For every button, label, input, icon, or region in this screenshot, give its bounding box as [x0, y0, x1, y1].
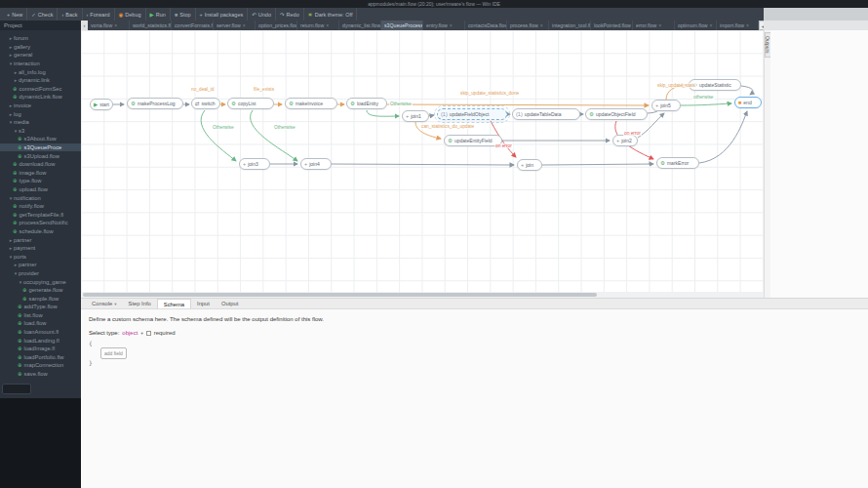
- redo-button[interactable]: ↷Redo: [276, 8, 304, 20]
- install-packages-button[interactable]: +Install packages: [196, 8, 249, 20]
- tree-item-partner[interactable]: ▸partner: [0, 235, 81, 244]
- flow-node-markError[interactable]: ⚙markError: [656, 157, 699, 169]
- close-icon[interactable]: ×: [658, 22, 661, 28]
- tree-item-notify.flow[interactable]: ⊕notify.flow: [0, 202, 81, 211]
- required-checkbox[interactable]: [146, 331, 151, 336]
- tab-convertFormats.flow[interactable]: convertFormats.flow×: [172, 20, 214, 30]
- close-icon[interactable]: ×: [243, 22, 246, 28]
- run-button[interactable]: ▶Run: [146, 8, 171, 20]
- undo-button[interactable]: ↶Undo: [248, 8, 276, 20]
- tree-item-getTemplateFile.fl[interactable]: ⊕getTemplateFile.fl: [0, 210, 81, 219]
- tab-contactsData.flow[interactable]: contactsData.flow×: [465, 20, 507, 30]
- tree-item-interaction[interactable]: ▾interaction: [0, 60, 81, 68]
- close-icon[interactable]: ×: [450, 22, 453, 28]
- tab-vorta.flow[interactable]: vorta.flow×: [88, 20, 130, 30]
- flow-node-switch[interactable]: ⇄switch: [191, 98, 220, 109]
- tree-item-mapConnection[interactable]: ⊕mapConnection: [0, 361, 81, 370]
- tree-item-all_info.log[interactable]: ▸all_info.log: [0, 67, 81, 76]
- tab-s3QueueProcess.flow[interactable]: s3QueueProcess.flow×: [381, 20, 423, 30]
- close-icon[interactable]: ×: [326, 22, 329, 28]
- tab-return.flow[interactable]: return.flow×: [297, 20, 339, 30]
- close-icon[interactable]: ×: [114, 22, 117, 28]
- add-field-button[interactable]: add field: [100, 347, 127, 359]
- tree-item-general[interactable]: ▸general: [0, 51, 81, 60]
- tree-item-connectFormSec[interactable]: ⊕connectFormSec: [0, 85, 81, 94]
- bottom-tab-console[interactable]: Console▾: [86, 299, 123, 308]
- bottom-tab-schema[interactable]: Schema: [157, 299, 191, 308]
- tree-item-list.flow[interactable]: ⊕list.flow: [0, 311, 81, 320]
- flow-node-loadEntity[interactable]: ⚙loadEntity: [346, 98, 387, 109]
- close-icon[interactable]: ×: [746, 22, 749, 28]
- tab-world_statistics.flow[interactable]: world_statistics.flow×: [130, 20, 172, 30]
- close-icon[interactable]: ×: [540, 22, 543, 28]
- tree-item-schedule.flow[interactable]: ⊕schedule.flow: [0, 227, 81, 236]
- tree-item-gallery[interactable]: ▸gallery: [0, 43, 81, 52]
- flow-node-join[interactable]: +join: [517, 159, 542, 171]
- new-button[interactable]: +New: [3, 8, 27, 20]
- flow-node-updateTableData[interactable]: (1)updateTableData: [512, 108, 580, 120]
- flow-node-makeProcessLog[interactable]: ⚙makeProcessLog: [127, 98, 183, 109]
- close-icon[interactable]: ×: [710, 22, 713, 28]
- tree-item-save.flow[interactable]: ⊕save.flow: [0, 370, 81, 379]
- tree-item-media[interactable]: ▾media: [0, 118, 81, 127]
- flow-node-updateStatistic[interactable]: ⚙updateStatistic: [689, 79, 741, 91]
- canvas-hscroll-thumb[interactable]: [83, 293, 597, 297]
- dark-theme-toggle[interactable]: ☀Dark theme: Off: [304, 8, 358, 20]
- tree-item-payment[interactable]: ▸payment: [0, 244, 81, 253]
- tree-item-s3About.flow[interactable]: ⊕s3About.flow: [0, 135, 81, 143]
- flow-node-join1[interactable]: +join1: [402, 110, 429, 122]
- tree-item-s3Upload.flow[interactable]: ⊕s3Upload.flow: [0, 151, 81, 160]
- tab-process.flow[interactable]: process.flow×: [507, 20, 549, 30]
- tree-item-loadPortfolio.flw[interactable]: ⊕loadPortfolio.flw: [0, 353, 81, 362]
- tree-item-download.flow[interactable]: ⊕download.flow: [0, 160, 81, 169]
- tab-optimum.flow[interactable]: optimum.flow×: [675, 20, 717, 30]
- tab-import.flow[interactable]: import.flow×: [717, 20, 759, 30]
- tree-item-notification[interactable]: ▾notification: [0, 193, 81, 202]
- tab-lookPointed.flow[interactable]: lookPointed.flow×: [591, 20, 633, 30]
- flow-node-start[interactable]: ▶start: [90, 99, 113, 110]
- bottom-tab-input[interactable]: Input: [191, 299, 216, 308]
- tree-item-type.flow[interactable]: ⊕type.flow: [0, 177, 81, 185]
- flow-node-copyList[interactable]: ⚙copyList: [227, 98, 274, 109]
- tree-item-provider[interactable]: ▾provider: [0, 269, 81, 278]
- flow-node-join2[interactable]: +join2: [612, 135, 638, 146]
- flow-node-join3[interactable]: +join3: [239, 158, 270, 170]
- tree-item-s3[interactable]: ▾s3: [0, 127, 81, 136]
- stop-button[interactable]: ■Stop: [171, 8, 196, 20]
- flow-node-end[interactable]: ■end: [734, 97, 762, 108]
- tree-item-load.flow[interactable]: ⊕load.flow: [0, 319, 81, 328]
- tab-error.flow[interactable]: error.flow×: [633, 20, 675, 30]
- tree-item-ports[interactable]: ▾ports: [0, 252, 81, 261]
- flow-canvas[interactable]: ▶start⚙makeProcessLog⇄switch⚙copyList⚙ma…: [81, 30, 764, 298]
- bottom-tab-step-info[interactable]: Step Info: [123, 299, 157, 308]
- forward-button[interactable]: ›Forward: [83, 8, 115, 20]
- tab-scroll-left-button[interactable]: ‹: [81, 20, 88, 30]
- tree-item-invoice[interactable]: ▸invoice: [0, 102, 81, 110]
- tree-item-s3QueueProce[interactable]: ⊕s3QueueProce: [0, 143, 81, 152]
- tree-item-generate.flow[interactable]: ⊕generate.flow: [0, 286, 81, 295]
- flow-node-updateFieldObject[interactable]: (1)updateFieldObject: [437, 108, 507, 120]
- tree-item-partner[interactable]: ▸partner: [0, 261, 81, 269]
- flow-node-join4[interactable]: +join4: [300, 158, 332, 170]
- back-button[interactable]: ‹Back: [58, 8, 82, 20]
- tree-item-forum[interactable]: ▸forum: [0, 34, 81, 43]
- debug-button[interactable]: ◉Debug: [115, 8, 146, 20]
- bottom-tab-output[interactable]: Output: [216, 299, 244, 308]
- tree-item-processSendNotific[interactable]: ⊕processSendNotific: [0, 219, 81, 227]
- tab-option_prices.flow[interactable]: option_prices.flow×: [256, 20, 297, 30]
- tree-item-dynamicLink.flow[interactable]: ⊕dynamicLink.flow: [0, 93, 81, 102]
- tree-item-image.flow[interactable]: ⊕image.flow: [0, 169, 81, 178]
- tree-item-upload.flow[interactable]: ⊕upload.flow: [0, 185, 81, 194]
- flow-node-updateEntityField[interactable]: ⚙updateEntityField: [444, 135, 502, 146]
- tab-dynamic_list.flow[interactable]: dynamic_list.flow×: [339, 20, 381, 30]
- flow-node-join5[interactable]: +join5: [651, 100, 681, 111]
- tree-item-addType.flow[interactable]: ⊕addType.flow: [0, 303, 81, 311]
- tab-integration_tool.flow[interactable]: integration_tool.flow×: [549, 20, 591, 30]
- tree-item-sample.flow[interactable]: ⊕sample.flow: [0, 294, 81, 303]
- flow-node-makeInvoice[interactable]: ⚙makeInvoice: [285, 98, 337, 109]
- tree-item-occupying_game[interactable]: ▾occupying_game: [0, 277, 81, 286]
- tree-item-log[interactable]: ▸log: [0, 109, 81, 118]
- tree-item-loadImage.fl[interactable]: ⊕loadImage.fl: [0, 345, 81, 353]
- tree-item-loanAmount.fl[interactable]: ⊕loanAmount.fl: [0, 328, 81, 337]
- tree-item-dynamic.link[interactable]: ▸dynamic.link: [0, 76, 81, 85]
